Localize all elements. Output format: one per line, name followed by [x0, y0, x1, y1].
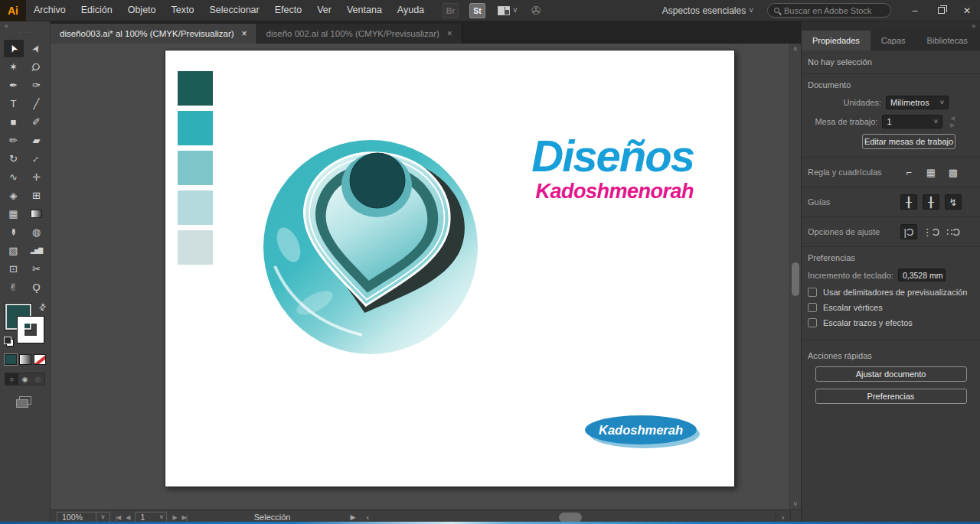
previous-artboard-button[interactable]: ◀ — [126, 514, 129, 521]
artboard[interactable]: Diseños Kadoshmenorah Kadoshmerah — [165, 50, 735, 487]
gradient-button[interactable] — [19, 354, 31, 365]
adobe-stock-search[interactable] — [767, 3, 891, 18]
tool-button[interactable]: ▦ — [4, 205, 24, 223]
search-input[interactable] — [784, 6, 876, 15]
menu-item[interactable]: Ayuda — [390, 0, 432, 21]
tool-button[interactable]: ⊞ — [27, 187, 47, 204]
guides-icon-icon[interactable]: ╂ — [900, 194, 917, 210]
menu-item[interactable]: Texto — [164, 0, 202, 21]
tool-button[interactable]: T — [4, 95, 24, 112]
quick-action-button[interactable]: Preferencias — [815, 389, 967, 404]
collapse-panel-icon[interactable]: « — [5, 21, 8, 31]
edit-artboards-button[interactable]: Editar mesas de trabajo — [862, 134, 956, 149]
tab-propiedades-icon[interactable]: Propiedades — [802, 31, 871, 50]
swap-fill-stroke-icon[interactable]: ⇄ — [37, 301, 49, 314]
lock-guides-icon-icon[interactable]: ╂ — [923, 194, 939, 210]
draw-normal-mode-icon[interactable]: ○ — [5, 373, 18, 385]
tool-button[interactable]: ✒ — [4, 76, 24, 94]
scroll-left-icon[interactable]: ‹ — [366, 513, 369, 522]
menu-item[interactable]: Seleccionar — [201, 0, 266, 21]
tool-button[interactable]: ✂ — [27, 260, 47, 278]
units-dropdown[interactable]: Milímetros ˅ — [886, 96, 949, 109]
checkbox[interactable] — [808, 318, 817, 327]
artboard-nav-icons[interactable]: ◀ ▶ — [950, 115, 974, 129]
workspace-switcher[interactable]: Aspectos esenciales ˅ — [662, 5, 753, 16]
draw-behind-mode-icon[interactable]: ◉ — [18, 373, 31, 385]
menu-item[interactable]: Ventana — [339, 0, 390, 21]
checkbox[interactable] — [808, 288, 817, 297]
document-tab-1-icon[interactable]: diseño003.ai* al 100% (CMYK/Previsualiza… — [51, 24, 257, 44]
last-artboard-button[interactable]: ▶| — [182, 514, 187, 521]
tool-button[interactable]: ✛ — [27, 168, 47, 186]
snap-to-grid-icon-icon[interactable]: ⋮Ɔ — [923, 224, 939, 239]
quick-action-button[interactable]: Ajustar documento — [815, 366, 967, 382]
menu-item[interactable]: Objeto — [120, 0, 164, 21]
none-button[interactable] — [34, 354, 46, 365]
tool-button[interactable]: ⊡ — [4, 260, 24, 278]
tool-button[interactable]: ▂▅▇ — [27, 242, 47, 259]
menu-item[interactable]: Ver — [309, 0, 339, 21]
expand-panel-icon[interactable]: » — [972, 22, 975, 30]
menu-item[interactable]: Efecto — [267, 0, 309, 21]
tool-button[interactable]: ∿ — [4, 168, 24, 186]
tab-capas-icon[interactable]: Capas — [871, 31, 916, 50]
checkbox[interactable] — [808, 303, 817, 312]
close-tab-icon[interactable]: × — [447, 28, 452, 39]
tool-button[interactable]: Ǫ — [27, 278, 47, 296]
tool-button[interactable]: Ϙ — [27, 58, 47, 76]
restore-button[interactable] — [928, 0, 954, 21]
bridge-button[interactable]: Br — [443, 3, 459, 18]
close-tab-icon[interactable]: × — [242, 28, 247, 39]
tool-button[interactable]: ◈ — [4, 187, 24, 204]
default-fill-stroke-icon[interactable] — [4, 337, 14, 347]
stroke-color-swatch[interactable] — [18, 317, 44, 343]
transparency-grid-icon-icon[interactable]: ▩ — [945, 164, 962, 180]
tool-button[interactable]: ➤ — [4, 40, 24, 57]
tool-button[interactable]: ✏ — [4, 132, 24, 149]
first-artboard-button[interactable]: |◀ — [116, 514, 120, 521]
snap-to-pixel-icon-icon[interactable]: ∷Ɔ — [945, 224, 962, 239]
chevron-down-icon[interactable]: ˅ — [513, 6, 518, 15]
smart-guides-icon-icon[interactable]: ↯ — [945, 194, 962, 210]
snap-to-point-icon-icon[interactable]: |Ɔ — [900, 224, 917, 239]
toolbar-grip[interactable]: ····· — [18, 31, 31, 37]
workspace-layout-icon[interactable] — [498, 6, 510, 15]
status-menu-icon[interactable]: ▶ — [350, 513, 355, 521]
sync-icon[interactable]: ✇ — [531, 4, 541, 18]
vertical-scrollbar[interactable]: ˄ ˅ — [789, 44, 801, 509]
tool-button[interactable]: ↕ — [27, 150, 47, 168]
tab-bibliotecas-icon[interactable]: Bibliotecas — [916, 31, 978, 50]
tool-button[interactable]: ✌ — [4, 278, 24, 296]
tool-button[interactable]: ■ — [4, 113, 24, 131]
stock-button[interactable]: St — [469, 3, 485, 18]
tool-button[interactable]: ▰ — [27, 132, 47, 149]
screen-mode-icon[interactable] — [19, 396, 31, 405]
vertical-scroll-thumb[interactable] — [792, 262, 799, 296]
tool-button[interactable]: ➤ — [27, 40, 47, 57]
tool-button[interactable]: ◍ — [27, 223, 47, 241]
tool-button[interactable] — [27, 205, 47, 223]
next-artboard-button[interactable]: ▶ — [172, 514, 176, 521]
menu-item[interactable]: Edición — [74, 0, 120, 21]
tool-button[interactable]: ▧ — [4, 242, 24, 259]
grid-icon-icon[interactable]: ▦ — [923, 164, 939, 180]
document-tab-2-icon[interactable]: diseño 002.ai al 100% (CMYK/Previsualiza… — [257, 24, 462, 44]
color-button[interactable] — [5, 354, 17, 365]
tool-button[interactable]: ╱ — [27, 95, 47, 112]
ruler-icon-icon[interactable]: ⌐ — [900, 164, 917, 180]
artboard-dropdown[interactable]: 1 ˅ — [882, 115, 942, 129]
scroll-up-icon[interactable]: ˄ — [793, 45, 797, 53]
keyboard-increment-field[interactable]: 0,3528 mm — [898, 269, 946, 282]
menu-item[interactable]: Archivo — [26, 0, 74, 21]
tool-button[interactable]: ✐ — [27, 113, 47, 131]
status-text: Selección — [254, 513, 291, 522]
close-button[interactable]: ✕ — [954, 0, 980, 21]
minimize-button[interactable]: – — [902, 0, 928, 21]
canvas[interactable]: Diseños Kadoshmenorah Kadoshmerah ˄ ˅ — [51, 44, 801, 509]
tool-button[interactable]: ✶ — [4, 58, 24, 76]
draw-inside-mode-icon[interactable]: ◎ — [31, 373, 44, 385]
scroll-down-icon[interactable]: ˅ — [793, 500, 797, 508]
tool-button[interactable]: ✒ — [4, 223, 24, 241]
tool-button[interactable]: ↻ — [4, 150, 24, 168]
tool-button[interactable]: ✑ — [27, 76, 47, 94]
